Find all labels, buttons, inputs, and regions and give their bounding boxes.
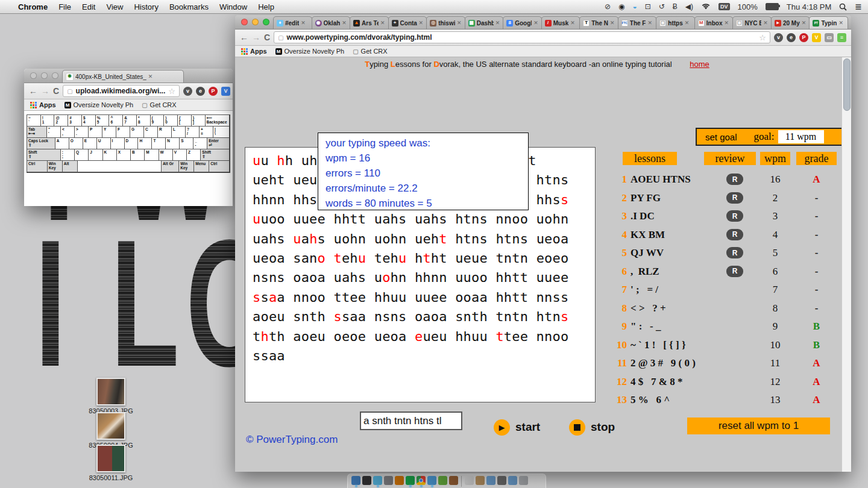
tab-https[interactable]: ▢https✕ [656,16,695,29]
scrollbar-thumb[interactable] [843,58,851,111]
tab-typin[interactable]: PTTypin✕ [809,16,848,29]
zoom-button[interactable] [52,72,58,79]
cast-icon[interactable]: ▭ [825,33,834,42]
bookmark-apps[interactable]: Apps [30,101,56,108]
tab-close-icon[interactable]: ✕ [533,20,538,26]
forward-button[interactable]: → [41,87,49,95]
menu-bookmarks[interactable]: Bookmarks [169,2,209,11]
lesson-label[interactable]: AOEU HTNS [631,174,691,186]
minimize-button[interactable] [41,72,48,79]
desktop-file-3[interactable]: 83050011.JPG [82,445,140,481]
start-button[interactable]: ▶ [494,419,510,436]
camera-app-icon[interactable]: ◉ [618,0,624,13]
finder-icon[interactable] [351,476,360,485]
bookmark-oversize-novelty[interactable]: M Oversize Novelty Ph [64,101,134,108]
lesson-label[interactable]: PY FG [631,192,661,204]
review-button[interactable]: R [726,229,743,240]
review-button[interactable]: R [726,266,743,277]
tab-conta[interactable]: +Conta✕ [388,16,427,29]
tab-close-icon[interactable]: ✕ [495,20,500,26]
stop-button[interactable] [569,419,585,436]
start-label[interactable]: start [515,421,540,434]
tab-close-icon[interactable]: ✕ [570,20,575,26]
review-button[interactable]: R [726,192,743,204]
twitter-icon[interactable] [427,476,436,485]
tab-close-icon[interactable]: ✕ [610,20,615,26]
spotlight-icon[interactable] [839,3,847,11]
lesson-label[interactable]: ~ ` 1 ! [ { ] } [631,339,686,351]
bookmark-star-icon[interactable]: ☆ [168,87,175,96]
notification-center-icon[interactable]: ≣ [855,0,862,13]
feedly-icon[interactable]: ≡ [837,33,846,42]
app-menu-chrome[interactable]: Chrome [18,2,48,11]
desktop-file-2[interactable]: 83050004.JPG [82,412,140,449]
close-button[interactable] [241,19,248,25]
time-machine-icon[interactable]: ↺ [659,0,665,13]
minimize-button[interactable] [252,19,259,25]
typing-input[interactable]: a snth tntn htns tl [360,411,462,430]
reset-wpm-button[interactable]: reset all wpm to 1 [687,418,830,434]
lesson-label[interactable]: 4 $ 7 & 8 * [631,376,682,388]
menu-window[interactable]: Window [219,2,247,11]
pinterest-icon[interactable]: P [799,33,808,42]
spotify-icon[interactable] [406,476,415,485]
tab-oklah[interactable]: ◉Oklah✕ [312,16,351,29]
evernote-icon[interactable]: e [787,33,796,42]
tab-thef[interactable]: FTCThe F✕ [618,16,657,29]
folder-icon[interactable] [486,476,495,485]
v-extension-icon[interactable]: V [221,87,230,96]
tab-close-icon[interactable]: ✕ [342,20,347,26]
tab-close-icon[interactable]: ✕ [685,20,690,26]
home-link[interactable]: home [690,60,709,69]
review-button[interactable]: R [726,247,743,258]
pocket-icon[interactable]: v [774,33,783,42]
evernote-icon[interactable] [438,476,447,485]
firefox-icon[interactable] [395,476,404,485]
menu-edit[interactable]: Edit [82,2,95,11]
pocket-icon[interactable]: v [183,87,192,96]
battery-icon[interactable] [766,3,779,10]
close-button[interactable] [30,72,37,79]
pinterest-icon[interactable]: P [209,87,218,96]
desktop-file-1[interactable]: 83050003.JPG [82,378,140,414]
dashboard-icon[interactable] [384,476,393,485]
displays-icon[interactable] [497,476,506,485]
reload-button[interactable]: C [53,87,59,95]
trash-icon[interactable] [519,476,528,485]
small-window-controls[interactable] [28,69,62,83]
tab-musk[interactable]: /Musk✕ [541,16,580,29]
sync-app-icon[interactable]: ◒ [632,0,637,13]
address-bar[interactable]: ▢ www.powertyping.com/dvorak/typing.html… [274,31,770,43]
menu-view[interactable]: View [106,2,123,11]
menu-file[interactable]: File [58,2,71,11]
lesson-label[interactable]: , RLZ [631,266,659,278]
tab-close-icon[interactable]: ✕ [838,20,843,26]
lesson-label[interactable]: < > ? + [631,302,666,314]
back-button[interactable]: ← [29,87,37,95]
menu-clock[interactable]: Thu 4:18 PM [787,2,831,11]
v-extension-icon[interactable]: V [812,33,821,42]
tab-then[interactable]: TThe N✕ [579,16,618,29]
menu-help[interactable]: Help [258,2,274,11]
tab-close-icon[interactable]: ✕ [419,20,424,26]
lesson-label[interactable]: 5 % 6 ^ [631,394,670,406]
reload-button[interactable]: C [264,33,270,42]
textedit-icon[interactable] [465,476,474,485]
zoom-button[interactable] [263,19,269,25]
tab-close-icon[interactable]: ✕ [148,74,153,80]
tab-close-icon[interactable]: ✕ [301,20,306,26]
set-goal-button[interactable]: set goal [705,132,737,142]
tab-close-icon[interactable]: ✕ [380,20,385,26]
lesson-label[interactable]: 2 @ 3 # 9 ( 0 ) [631,357,696,369]
bookmark-apps[interactable]: Apps [241,48,267,55]
photo-file-icon[interactable] [476,476,485,485]
address-bar[interactable]: ▢ upload.wikimedia.org/wi... ☆ [63,85,180,97]
tab-thiswi[interactable]: ◎thiswi✕ [426,16,465,29]
lesson-label[interactable]: KX BM [631,229,665,241]
tab-inbox[interactable]: MInbox✕ [694,16,734,29]
garageband-icon[interactable] [449,476,458,485]
chrome-icon[interactable] [417,476,426,485]
bookmark-get-crx[interactable]: ▢ Get CRX [353,48,387,55]
window-controls[interactable] [239,15,273,29]
goal-input[interactable]: 11 wpm [778,130,824,143]
